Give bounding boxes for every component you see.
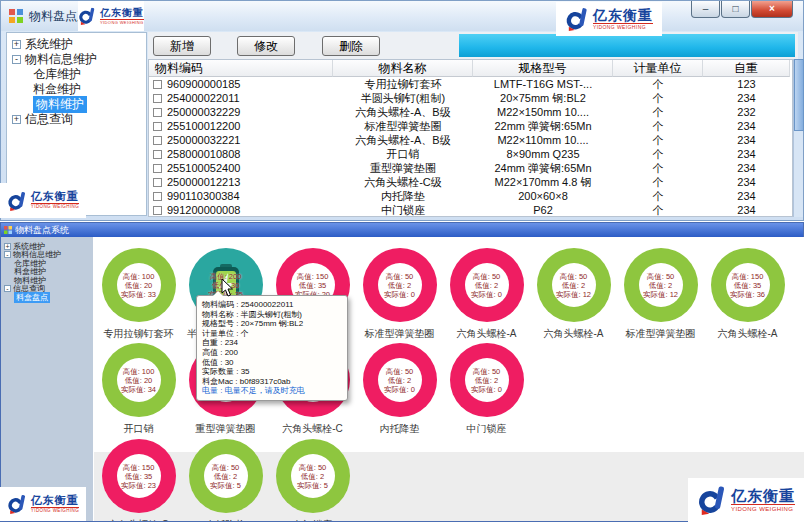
table-row[interactable]: 255100052400重型弹簧垫圈24mm 弹簧钢:65Mn个234	[149, 161, 792, 175]
bin-donut[interactable]: 高值: 50低值: 2实际值: 12	[537, 248, 611, 322]
window-title: 物料盘点系统	[15, 224, 69, 237]
table-row[interactable]: 990110300384内托降垫200×60×8个234	[149, 189, 792, 203]
add-button[interactable]: 新增	[153, 36, 211, 56]
table-cell: 255100012200	[149, 120, 333, 132]
tree-item[interactable]: 仓库维护	[9, 67, 144, 82]
table-body: 960900000185专用拉铆钉套环LMTF-T16G MST-...个123…	[149, 77, 792, 217]
table-cell: 个	[613, 91, 703, 106]
tree-item[interactable]: 料盒盘点	[1, 293, 93, 302]
tooltip-line: 物料编码 : 254000022011	[202, 300, 342, 310]
bin-label: 内托降垫	[206, 518, 246, 521]
table-header-cell[interactable]: 自重	[703, 60, 790, 77]
bin-label: 中门锁座	[467, 422, 507, 436]
row-checkbox[interactable]	[153, 122, 162, 131]
tree-expander-icon[interactable]: +	[4, 243, 11, 250]
bin-label: 标准型弹簧垫圈	[626, 327, 696, 341]
bin-value-line: 实际值: 12	[643, 290, 678, 299]
table-header-cell[interactable]: 物料编码	[149, 60, 333, 77]
tree-expander-icon[interactable]: +	[12, 115, 21, 124]
table-row[interactable]: 250000012213六角头螺栓-C级M22×170mm 4.8 钢个234	[149, 175, 792, 189]
bin: 高值: 100低值: 20实际值: 33专用拉铆钉套环	[95, 248, 182, 341]
table-row[interactable]: 258000010808开口销8×90mm Q235个234	[149, 147, 792, 161]
logo-name-en: YIDONG WEIGHING	[100, 19, 144, 25]
row-checkbox[interactable]	[153, 94, 162, 103]
bin-value-line: 高值: 50	[560, 272, 588, 281]
bin-donut[interactable]: 高值: 50低值: 2实际值: 0	[363, 248, 437, 322]
bin-donut[interactable]: 高值: 50低值: 2实际值: 5	[189, 439, 263, 513]
table-header-cell[interactable]: 物料名称	[333, 60, 473, 77]
logo-name-en: YIDONG WEIGHING	[31, 203, 79, 210]
bin-value-line: 高值: 50	[473, 367, 501, 376]
table-scrollbar[interactable]	[793, 59, 803, 217]
table-row[interactable]: 250000032229六角头螺栓-A、B级M22×150mm 10....个2…	[149, 105, 792, 119]
minimize-button[interactable]: –	[691, 1, 720, 18]
bin-donut[interactable]: 高值: 50低值: 2实际值: 0	[450, 343, 524, 417]
bin-value-line: 高值: 150	[732, 272, 764, 281]
edit-button[interactable]: 修改	[237, 36, 295, 56]
table-cell: 258000010808	[149, 148, 333, 160]
bin-label: 六角头螺栓-C	[108, 518, 169, 521]
scrollbar-thumb[interactable]	[794, 59, 804, 131]
brand-logo: 亿东衡重YIDONG WEIGHING	[78, 1, 144, 31]
tree-item[interactable]: 物料维护	[9, 97, 144, 112]
bin-label: 中门锁座	[293, 518, 333, 521]
table-row[interactable]: 255100012200标准型弹簧垫圈22mm 弹簧钢:65Mn个234	[149, 119, 792, 133]
tree-expander-icon[interactable]: -	[4, 251, 11, 258]
bin-donut[interactable]: 高值: 50低值: 2实际值: 5	[276, 439, 350, 513]
tree-item[interactable]: -物料信息维护	[9, 52, 144, 67]
bin-values: 高值: 50低值: 2实际值: 5	[291, 454, 335, 498]
tree-item[interactable]: 料盒维护	[9, 82, 144, 97]
maximize-button[interactable]: □	[721, 1, 750, 18]
bin-row: 高值: 150低值: 35实际值: 23六角头螺栓-C高值: 50低值: 2实际…	[95, 439, 356, 521]
bin-value-line: 低值: 35	[734, 281, 762, 290]
row-checkbox[interactable]	[153, 178, 162, 187]
tooltip-line: 低值 : 30	[202, 358, 342, 368]
bottom-title-bar: 物料盘点系统	[1, 223, 803, 237]
table-row[interactable]: 960900000185专用拉铆钉套环LMTF-T16G MST-...个123	[149, 77, 792, 91]
bin-donut[interactable]: 高值: 50低值: 2实际值: 0	[363, 343, 437, 417]
table-cell: 234	[703, 162, 790, 174]
table-header-cell[interactable]: 规格型号	[473, 60, 613, 77]
logo-text: 亿东衡重YIDONG WEIGHING	[731, 488, 795, 512]
bin-values: 高值: 50低值: 2实际值: 12	[552, 263, 596, 307]
table-row[interactable]: 250000032221六角头螺栓-A、B级M22×110mm 10....个2…	[149, 133, 792, 147]
bin-value-line: 低值: 2	[301, 472, 324, 481]
table-row[interactable]: 254000022011半圆头铆钉(粗制)20×75mm 钢:BL2个234	[149, 91, 792, 105]
tree-expander-icon[interactable]: +	[12, 40, 21, 49]
table-cell: 234	[703, 176, 790, 188]
table-cell: 234	[703, 190, 790, 202]
bin-donut[interactable]: 高值: 150低值: 35实际值: 23	[102, 439, 176, 513]
logo-text: 亿东衡重YIDONG WEIGHING	[31, 191, 79, 210]
row-checkbox[interactable]	[153, 150, 162, 159]
tree-expander-icon[interactable]: -	[4, 285, 11, 292]
tooltip-line: 规格型号 : 20×75mm 钢:BL2	[202, 319, 342, 329]
bin-label: 专用拉铆钉套环	[104, 327, 174, 341]
cyan-banner	[459, 34, 795, 57]
bin-donut[interactable]: 高值: 50低值: 2实际值: 0	[450, 248, 524, 322]
cell-text: 990110300384	[167, 190, 240, 202]
tree-expander-icon[interactable]: -	[12, 55, 21, 64]
table-cell: 234	[703, 148, 790, 160]
tooltip-line: 物料名称 : 半圆头铆钉(粗制)	[202, 310, 342, 320]
bin-donut[interactable]: 高值: 150低值: 35实际值: 36	[711, 248, 785, 322]
bin-value-line: 高值: 50	[386, 367, 414, 376]
bin-donut[interactable]: 高值: 100低值: 20实际值: 34	[102, 343, 176, 417]
delete-button[interactable]: 删除	[322, 36, 380, 56]
bin: 高值: 50低值: 2实际值: 0中门锁座	[443, 343, 530, 436]
table-header-cell[interactable]: 计量单位	[613, 60, 703, 77]
row-checkbox[interactable]	[153, 136, 162, 145]
logo-mark-icon	[7, 494, 27, 514]
cell-text: 250000032221	[167, 134, 240, 146]
table-row[interactable]: 991200000008中门锁座P62个234	[149, 203, 792, 217]
row-checkbox[interactable]	[153, 80, 162, 89]
tree-item[interactable]: +信息查询	[9, 112, 144, 127]
row-checkbox[interactable]	[153, 108, 162, 117]
tree-item[interactable]: +系统维护	[9, 37, 144, 52]
close-button[interactable]: ×	[751, 1, 793, 18]
table-cell: 开口销	[333, 147, 473, 162]
bin-donut[interactable]: 高值: 50低值: 2实际值: 12	[624, 248, 698, 322]
row-checkbox[interactable]	[153, 206, 162, 215]
row-checkbox[interactable]	[153, 164, 162, 173]
row-checkbox[interactable]	[153, 192, 162, 201]
bin-donut[interactable]: 高值: 100低值: 20实际值: 33	[102, 248, 176, 322]
